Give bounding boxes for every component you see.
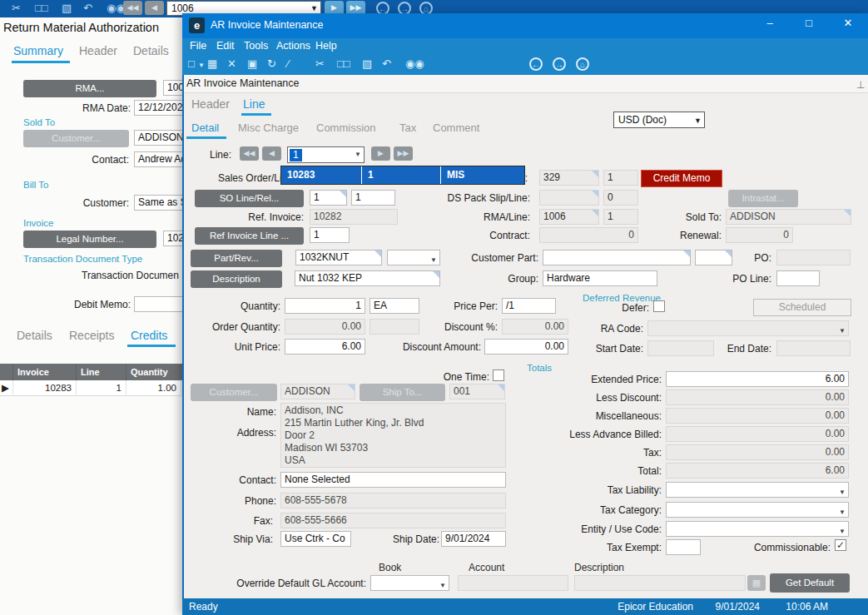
new-dropdown-icon[interactable]: ▼ — [198, 62, 205, 69]
grid-cell-quantity[interactable]: 1.00 — [126, 380, 181, 396]
first-record-button[interactable]: ◀◀ — [123, 1, 142, 15]
description-button[interactable]: Description — [191, 270, 282, 288]
order-quantity-field[interactable]: 0.00 — [285, 319, 365, 335]
close-button[interactable]: ✕ — [836, 17, 861, 29]
line-next-button[interactable]: ▶ — [371, 146, 390, 161]
tax-liability-combobox[interactable]: ▼ — [666, 482, 849, 498]
nav-home-icon[interactable]: ⌂ — [576, 57, 589, 71]
contract-field[interactable]: 0 — [539, 227, 638, 243]
tab-details-lower[interactable]: Details — [17, 329, 52, 342]
grid-col-line[interactable]: Line — [77, 364, 126, 380]
nav-forward-icon[interactable]: → — [553, 57, 566, 71]
grid-col-invoice[interactable]: Invoice — [13, 364, 77, 380]
save-icon[interactable]: ▦ — [207, 57, 217, 70]
line-last-button[interactable]: ▶▶ — [394, 146, 413, 161]
subtab-detail[interactable]: Detail — [191, 122, 219, 134]
ship-to-field[interactable]: 001 — [449, 384, 505, 399]
scheduled-button[interactable]: Scheduled — [753, 299, 851, 316]
rma-button[interactable]: RMA... — [23, 80, 156, 97]
entity-use-code-combobox[interactable]: ▼ — [666, 521, 849, 537]
copy-icon-ar[interactable]: □□ — [337, 57, 350, 70]
tab-details-rma[interactable]: Details — [133, 44, 169, 57]
subtab-misc-charge[interactable]: Misc Charge — [238, 122, 299, 134]
part-field[interactable]: 1032KNUT — [295, 250, 382, 265]
menu-actions[interactable]: Actions — [276, 40, 310, 52]
get-default-button[interactable]: Get Default — [770, 573, 850, 593]
maximize-button[interactable]: □ — [796, 17, 821, 29]
nav-back-icon[interactable]: ← — [529, 57, 543, 71]
unit-price-field[interactable]: 6.00 — [285, 339, 365, 355]
rev-combobox[interactable]: ▼ — [387, 250, 440, 265]
delete-icon[interactable]: ✕ — [227, 57, 236, 70]
sold-to-field-ar[interactable]: ADDISON — [726, 209, 851, 225]
extended-price-field[interactable]: 6.00 — [666, 371, 849, 387]
grid-cell-invoice[interactable]: 10283 — [13, 380, 77, 396]
menu-help[interactable]: Help — [315, 40, 337, 52]
dropdown-cell-type[interactable]: MIS — [441, 166, 524, 184]
po-field[interactable] — [776, 250, 851, 265]
undo-icon-ar[interactable]: ↶ — [382, 57, 391, 70]
dropdown-cell-invoice[interactable]: 10283 — [281, 166, 362, 184]
paste-icon-ar[interactable]: ▧ — [362, 57, 372, 70]
part-rev-button[interactable]: Part/Rev... — [191, 250, 282, 267]
subtab-commission[interactable]: Commission — [316, 122, 376, 134]
subtab-tax[interactable]: Tax — [399, 122, 416, 134]
menu-edit[interactable]: Edit — [216, 40, 235, 52]
currency-combobox[interactable]: USD (Doc) — [613, 112, 705, 128]
legal-number-button[interactable]: Legal Number... — [23, 231, 156, 248]
line-customer-field[interactable]: ADDISON — [280, 384, 355, 399]
rma-field[interactable]: 1006 — [539, 209, 599, 225]
pack-line-field[interactable]: 1 — [603, 170, 638, 186]
undo-icon[interactable]: ↶ — [83, 2, 92, 14]
description-field[interactable]: Nut 1032 KEP — [295, 270, 440, 286]
commissionable-checkbox[interactable]: ✓ — [835, 539, 846, 551]
menu-tools[interactable]: Tools — [244, 40, 268, 52]
copy-icon[interactable]: □□ — [35, 2, 48, 14]
so-line-rel-button[interactable]: SO Line/Rel... — [195, 190, 304, 207]
discount-amount-field[interactable]: 0.00 — [484, 339, 568, 355]
gl-description-field[interactable] — [574, 575, 746, 591]
po-line-field[interactable] — [776, 270, 820, 286]
grid-cell-line[interactable]: 1 — [77, 380, 126, 396]
customer-part-rev-field[interactable] — [695, 250, 732, 265]
line-combobox-arrow[interactable]: ▼ — [355, 151, 361, 158]
tab-line[interactable]: Line — [243, 97, 265, 111]
rma-line-field[interactable]: 1 — [603, 209, 638, 225]
line-prev-button[interactable]: ◀ — [262, 146, 281, 161]
tab-receipts[interactable]: Receipts — [69, 329, 114, 342]
book-combobox[interactable]: ▼ — [370, 575, 449, 591]
record-combobox-arrow[interactable]: ▼ — [310, 4, 318, 12]
ref-invoice-field[interactable]: 10282 — [310, 209, 398, 225]
customer-part-field[interactable] — [543, 250, 691, 265]
order-uom-field[interactable] — [370, 319, 419, 335]
so-line-field[interactable]: 1 — [310, 190, 347, 206]
account-field[interactable] — [458, 575, 568, 591]
line-combobox[interactable]: 1 ▼ — [287, 146, 365, 163]
tax-category-combobox[interactable]: ▼ — [666, 502, 849, 518]
tax-exempt-field[interactable] — [666, 539, 701, 555]
attach-icon[interactable]: ▣ — [247, 57, 257, 70]
so-rel-field[interactable]: 1 — [351, 190, 395, 206]
fax-field[interactable]: 608-555-5666 — [280, 513, 506, 528]
paste-icon[interactable]: ▧ — [62, 2, 72, 14]
line-dropdown-list[interactable]: 10283 1 MIS — [280, 166, 525, 185]
defer-checkbox[interactable] — [653, 300, 665, 312]
ra-code-combobox[interactable]: ▼ — [647, 320, 849, 336]
subtab-comment[interactable]: Comment — [433, 122, 479, 134]
minimize-button[interactable]: – — [757, 17, 782, 29]
tab-summary[interactable]: Summary — [13, 44, 63, 57]
quantity-field[interactable]: 1 — [285, 298, 365, 314]
start-date-field[interactable] — [647, 340, 714, 356]
search-icon-ar[interactable]: ◉◉ — [405, 57, 424, 70]
ref-invoice-line-field[interactable]: 1 — [310, 227, 350, 243]
pack-field[interactable]: 329 — [539, 170, 599, 186]
menu-file[interactable]: File — [190, 40, 206, 52]
ship-via-combobox[interactable]: Use Ctrk - Co — [280, 531, 351, 547]
price-per-combobox[interactable]: /1 — [502, 298, 556, 314]
clear-icon[interactable]: ∕ — [287, 57, 289, 70]
ds-pack-slip-field[interactable] — [539, 190, 599, 206]
new-icon[interactable]: □ — [188, 57, 195, 70]
one-time-checkbox[interactable] — [493, 369, 504, 381]
ship-date-combobox[interactable]: 9/01/2024 — [441, 531, 506, 547]
end-date-field[interactable] — [776, 340, 851, 356]
